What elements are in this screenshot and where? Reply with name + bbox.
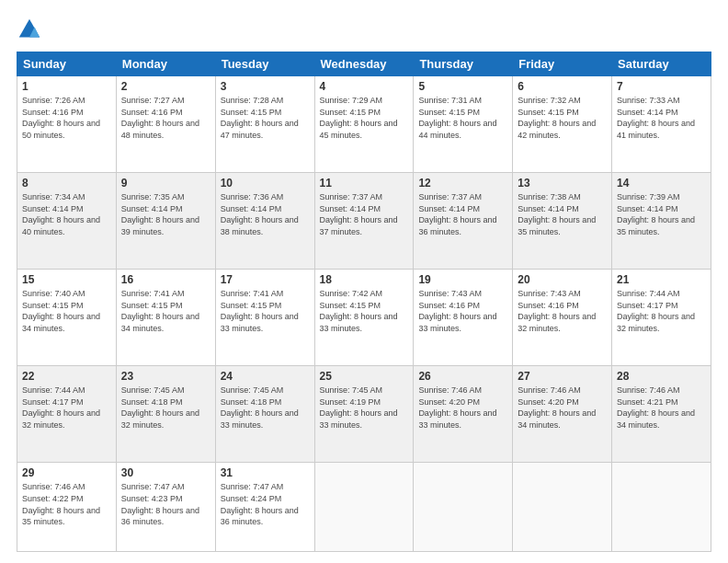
cell-info: Sunrise: 7:35 AM Sunset: 4:14 PM Dayligh… [121,191,210,237]
cell-info: Sunrise: 7:27 AM Sunset: 4:16 PM Dayligh… [121,95,210,141]
calendar-cell: 8Sunrise: 7:34 AM Sunset: 4:14 PM Daylig… [17,173,117,270]
cell-info: Sunrise: 7:40 AM Sunset: 4:15 PM Dayligh… [22,288,111,334]
calendar-week: 22Sunrise: 7:44 AM Sunset: 4:17 PM Dayli… [17,366,711,463]
weekday-header: Monday [116,52,215,76]
day-number: 2 [121,80,210,93]
day-number: 16 [121,273,210,286]
cell-info: Sunrise: 7:33 AM Sunset: 4:14 PM Dayligh… [617,95,706,141]
weekday-header: Saturday [612,52,711,76]
day-number: 3 [221,80,310,93]
calendar-cell: 19Sunrise: 7:43 AM Sunset: 4:16 PM Dayli… [414,270,513,366]
cell-info: Sunrise: 7:46 AM Sunset: 4:20 PM Dayligh… [418,385,507,431]
cell-info: Sunrise: 7:31 AM Sunset: 4:15 PM Dayligh… [418,95,507,141]
weekday-header: Friday [513,52,612,76]
cell-info: Sunrise: 7:45 AM Sunset: 4:18 PM Dayligh… [121,385,210,431]
logo-icon [17,17,42,42]
day-number: 18 [320,273,409,286]
cell-info: Sunrise: 7:46 AM Sunset: 4:21 PM Dayligh… [617,385,706,431]
weekday-header: Thursday [414,52,513,76]
day-number: 12 [418,177,507,190]
weekday-header: Tuesday [215,52,314,76]
cell-info: Sunrise: 7:39 AM Sunset: 4:14 PM Dayligh… [617,191,706,237]
page: SundayMondayTuesdayWednesdayThursdayFrid… [0,0,728,563]
day-number: 31 [221,466,310,479]
cell-info: Sunrise: 7:47 AM Sunset: 4:24 PM Dayligh… [221,481,310,527]
cell-info: Sunrise: 7:45 AM Sunset: 4:19 PM Dayligh… [320,385,409,431]
day-number: 4 [320,80,409,93]
day-number: 22 [22,370,111,383]
calendar-cell: 16Sunrise: 7:41 AM Sunset: 4:15 PM Dayli… [116,270,215,366]
day-number: 27 [518,370,607,383]
calendar-cell: 27Sunrise: 7:46 AM Sunset: 4:20 PM Dayli… [513,366,612,463]
calendar-cell: 24Sunrise: 7:45 AM Sunset: 4:18 PM Dayli… [215,366,314,463]
cell-info: Sunrise: 7:38 AM Sunset: 4:14 PM Dayligh… [518,191,607,237]
calendar-cell: 18Sunrise: 7:42 AM Sunset: 4:15 PM Dayli… [314,270,414,366]
day-number: 20 [518,273,607,286]
cell-info: Sunrise: 7:44 AM Sunset: 4:17 PM Dayligh… [617,288,706,334]
day-number: 10 [221,177,310,190]
cell-info: Sunrise: 7:37 AM Sunset: 4:14 PM Dayligh… [418,191,507,237]
calendar-cell [314,463,414,552]
cell-info: Sunrise: 7:41 AM Sunset: 4:15 PM Dayligh… [221,288,310,334]
calendar-week: 1Sunrise: 7:26 AM Sunset: 4:16 PM Daylig… [17,76,711,173]
day-number: 7 [617,80,706,93]
day-number: 21 [617,273,706,286]
calendar-cell: 30Sunrise: 7:47 AM Sunset: 4:23 PM Dayli… [116,463,215,552]
calendar-cell [612,463,711,552]
calendar-cell [513,463,612,552]
cell-info: Sunrise: 7:43 AM Sunset: 4:16 PM Dayligh… [518,288,607,334]
cell-info: Sunrise: 7:29 AM Sunset: 4:15 PM Dayligh… [320,95,409,141]
calendar-week: 8Sunrise: 7:34 AM Sunset: 4:14 PM Daylig… [17,173,711,270]
cell-info: Sunrise: 7:34 AM Sunset: 4:14 PM Dayligh… [22,191,111,237]
day-number: 25 [320,370,409,383]
calendar-cell: 4Sunrise: 7:29 AM Sunset: 4:15 PM Daylig… [314,76,414,173]
calendar-week: 29Sunrise: 7:46 AM Sunset: 4:22 PM Dayli… [17,463,711,552]
day-number: 1 [22,80,111,93]
cell-info: Sunrise: 7:46 AM Sunset: 4:22 PM Dayligh… [22,481,111,527]
cell-info: Sunrise: 7:28 AM Sunset: 4:15 PM Dayligh… [221,95,310,141]
calendar-cell: 10Sunrise: 7:36 AM Sunset: 4:14 PM Dayli… [215,173,314,270]
cell-info: Sunrise: 7:44 AM Sunset: 4:17 PM Dayligh… [22,385,111,431]
logo [17,17,46,42]
weekday-header: Wednesday [314,52,414,76]
day-number: 13 [518,177,607,190]
cell-info: Sunrise: 7:46 AM Sunset: 4:20 PM Dayligh… [518,385,607,431]
day-number: 29 [22,466,111,479]
day-number: 23 [121,370,210,383]
calendar-cell: 12Sunrise: 7:37 AM Sunset: 4:14 PM Dayli… [414,173,513,270]
calendar-cell: 14Sunrise: 7:39 AM Sunset: 4:14 PM Dayli… [612,173,711,270]
calendar-cell: 9Sunrise: 7:35 AM Sunset: 4:14 PM Daylig… [116,173,215,270]
day-number: 14 [617,177,706,190]
weekday-header: Sunday [17,52,117,76]
header-row: SundayMondayTuesdayWednesdayThursdayFrid… [17,52,711,76]
calendar-cell: 1Sunrise: 7:26 AM Sunset: 4:16 PM Daylig… [17,76,117,173]
cell-info: Sunrise: 7:36 AM Sunset: 4:14 PM Dayligh… [221,191,310,237]
calendar-cell: 3Sunrise: 7:28 AM Sunset: 4:15 PM Daylig… [215,76,314,173]
calendar-cell: 25Sunrise: 7:45 AM Sunset: 4:19 PM Dayli… [314,366,414,463]
calendar-cell: 28Sunrise: 7:46 AM Sunset: 4:21 PM Dayli… [612,366,711,463]
cell-info: Sunrise: 7:45 AM Sunset: 4:18 PM Dayligh… [221,385,310,431]
cell-info: Sunrise: 7:32 AM Sunset: 4:15 PM Dayligh… [518,95,607,141]
calendar-cell: 17Sunrise: 7:41 AM Sunset: 4:15 PM Dayli… [215,270,314,366]
calendar-cell: 31Sunrise: 7:47 AM Sunset: 4:24 PM Dayli… [215,463,314,552]
header [17,17,711,42]
day-number: 30 [121,466,210,479]
calendar-cell: 6Sunrise: 7:32 AM Sunset: 4:15 PM Daylig… [513,76,612,173]
day-number: 28 [617,370,706,383]
day-number: 19 [418,273,507,286]
calendar-cell: 13Sunrise: 7:38 AM Sunset: 4:14 PM Dayli… [513,173,612,270]
calendar-cell [414,463,513,552]
cell-info: Sunrise: 7:37 AM Sunset: 4:14 PM Dayligh… [320,191,409,237]
cell-info: Sunrise: 7:47 AM Sunset: 4:23 PM Dayligh… [121,481,210,527]
day-number: 15 [22,273,111,286]
calendar-week: 15Sunrise: 7:40 AM Sunset: 4:15 PM Dayli… [17,270,711,366]
day-number: 9 [121,177,210,190]
cell-info: Sunrise: 7:42 AM Sunset: 4:15 PM Dayligh… [320,288,409,334]
day-number: 26 [418,370,507,383]
day-number: 5 [418,80,507,93]
calendar-cell: 20Sunrise: 7:43 AM Sunset: 4:16 PM Dayli… [513,270,612,366]
cell-info: Sunrise: 7:43 AM Sunset: 4:16 PM Dayligh… [418,288,507,334]
calendar-cell: 22Sunrise: 7:44 AM Sunset: 4:17 PM Dayli… [17,366,117,463]
calendar-cell: 15Sunrise: 7:40 AM Sunset: 4:15 PM Dayli… [17,270,117,366]
calendar-cell: 5Sunrise: 7:31 AM Sunset: 4:15 PM Daylig… [414,76,513,173]
